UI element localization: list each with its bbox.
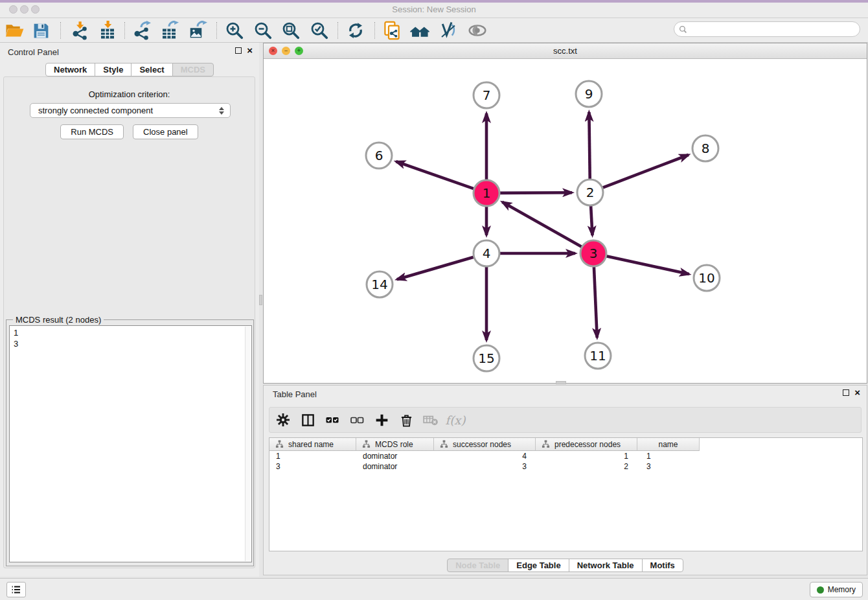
select-stepper-icon <box>217 107 226 115</box>
home-button[interactable] <box>409 19 431 41</box>
node-table-rows: 1dominator4113dominator323 <box>269 451 862 472</box>
tab-node-table[interactable]: Node Table <box>447 559 508 572</box>
table-cell[interactable]: 2 <box>536 461 637 472</box>
vertical-splitter-handle[interactable] <box>259 295 262 305</box>
edge-2-8[interactable] <box>601 155 689 189</box>
unselect-all-columns-button[interactable] <box>348 411 366 429</box>
node-label-4: 4 <box>483 246 491 261</box>
node-label-14: 14 <box>371 277 387 292</box>
table-settings-button[interactable] <box>274 411 292 429</box>
edge-2-9[interactable] <box>589 112 589 181</box>
tab-network[interactable]: Network <box>45 63 95 76</box>
table-cell[interactable]: 3 <box>434 461 536 472</box>
edge-3-10[interactable] <box>605 256 689 274</box>
table-cell[interactable]: 4 <box>434 451 536 461</box>
table-cell[interactable]: 3 <box>269 461 356 472</box>
network-window-titlebar[interactable]: × – + scc.txt <box>264 43 867 59</box>
column-header-name[interactable]: name <box>637 438 700 451</box>
column-type-icon <box>362 440 371 448</box>
open-session-button[interactable] <box>3 19 25 41</box>
network-canvas[interactable]: 1234678910111415 <box>264 59 867 383</box>
delete-table-button <box>422 411 440 429</box>
edge-2-3[interactable] <box>591 204 593 235</box>
clone-network-button[interactable] <box>381 19 403 41</box>
tab-motifs[interactable]: Motifs <box>642 559 683 572</box>
table-cell[interactable]: 3 <box>637 461 700 472</box>
main-toolbar <box>0 18 868 43</box>
toggle-graphics-details-button[interactable] <box>437 19 459 41</box>
select-all-columns-button[interactable] <box>323 411 341 429</box>
zoom-in-icon <box>225 21 244 40</box>
table-cell[interactable]: 1 <box>637 451 700 461</box>
zoom-fit-button[interactable] <box>280 19 302 41</box>
tab-select[interactable]: Select <box>131 63 172 76</box>
search-input[interactable] <box>687 23 860 36</box>
tab-style[interactable]: Style <box>95 63 131 76</box>
column-header-predecessor-nodes[interactable]: predecessor nodes <box>536 438 637 451</box>
refresh-view-icon <box>346 21 365 40</box>
clone-network-icon <box>382 21 402 40</box>
column-header-MCDS-role[interactable]: MCDS role <box>356 438 434 451</box>
memory-status-icon <box>817 586 824 594</box>
table-cell[interactable]: dominator <box>356 461 434 472</box>
table-row[interactable]: 3dominator323 <box>269 461 862 472</box>
column-header-label: shared name <box>288 440 334 449</box>
criterion-select[interactable]: strongly connected component <box>30 103 231 118</box>
zoom-out-icon <box>253 21 273 40</box>
zoom-selected-button[interactable] <box>308 19 330 41</box>
scrollbar[interactable] <box>245 327 251 561</box>
import-network-button[interactable] <box>69 19 91 41</box>
zoom-selected-icon <box>310 21 329 40</box>
zoom-out-button[interactable] <box>252 19 274 41</box>
tab-network-table[interactable]: Network Table <box>569 559 643 572</box>
delete-columns-button[interactable] <box>397 411 415 429</box>
close-panel-button[interactable]: Close panel <box>133 124 198 139</box>
edge-3-11[interactable] <box>594 265 597 338</box>
column-header-label: name <box>658 440 678 449</box>
home-icon <box>409 21 430 40</box>
float-panel-icon[interactable] <box>843 389 849 396</box>
edge-1-6[interactable] <box>396 161 475 189</box>
table-cell[interactable]: dominator <box>356 451 434 461</box>
list-icon <box>10 584 22 595</box>
node-label-15: 15 <box>478 351 494 366</box>
add-column-button[interactable] <box>372 411 391 429</box>
column-type-icon <box>275 440 284 448</box>
column-header-shared-name[interactable]: shared name <box>269 438 356 451</box>
column-header-successor-nodes[interactable]: successor nodes <box>434 438 536 451</box>
import-table-button[interactable] <box>97 19 119 41</box>
edge-4-14[interactable] <box>397 257 475 279</box>
run-mcds-button[interactable]: Run MCDS <box>60 124 124 139</box>
network-view-title: scc.txt <box>264 46 867 56</box>
task-history-button[interactable] <box>6 582 26 597</box>
table-toolbar: f(x) <box>269 407 862 433</box>
toolbar-separator <box>216 22 217 39</box>
node-label-6: 6 <box>375 148 383 163</box>
mcds-result-group: MCDS result (2 nodes) 1 3 <box>6 319 254 566</box>
node-table[interactable]: shared nameMCDS rolesuccessor nodesprede… <box>269 437 863 551</box>
close-panel-icon[interactable]: × <box>247 47 253 54</box>
save-session-button[interactable] <box>30 19 52 41</box>
table-cell[interactable]: 1 <box>269 451 356 461</box>
tab-edge-table[interactable]: Edge Table <box>508 559 569 572</box>
tab-mcds[interactable]: MCDS <box>172 63 214 76</box>
table-cell[interactable]: 1 <box>536 451 637 461</box>
toolbar-separator <box>60 22 61 39</box>
split-view-button[interactable] <box>299 411 317 429</box>
export-table-button[interactable] <box>158 19 180 41</box>
table-row[interactable]: 1dominator411 <box>269 451 862 461</box>
horizontal-splitter-handle[interactable] <box>556 381 566 384</box>
export-image-button[interactable] <box>187 19 209 41</box>
edge-3-1[interactable] <box>502 202 583 248</box>
zoom-in-button[interactable] <box>223 19 246 41</box>
memory-button[interactable]: Memory <box>810 582 863 597</box>
refresh-view-button[interactable] <box>345 19 367 41</box>
close-panel-icon[interactable]: × <box>854 389 860 396</box>
edge-1-2[interactable] <box>498 192 572 193</box>
mcds-result-line: 3 <box>14 338 247 349</box>
mcds-result-textarea[interactable]: 1 3 <box>9 325 252 562</box>
gear-icon <box>275 412 291 428</box>
float-panel-icon[interactable] <box>235 47 242 54</box>
eye-button[interactable] <box>466 19 488 41</box>
export-network-button[interactable] <box>130 19 152 41</box>
